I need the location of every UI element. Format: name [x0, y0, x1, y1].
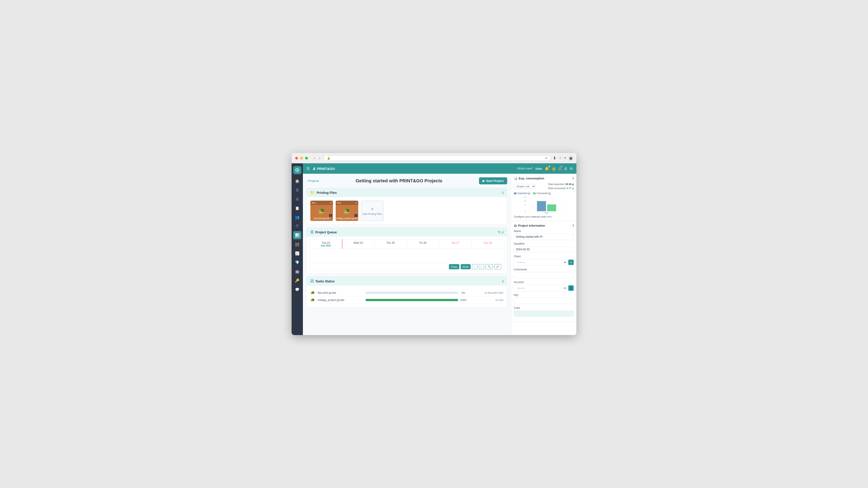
center-panel: ‹ Projects Getting started with PRINT&GO… [303, 174, 511, 335]
sidebar-item-chat[interactable]: 💬 [293, 285, 301, 293]
printing-files-icon: 📁 [310, 191, 315, 195]
exp-consumption-info-icon[interactable]: ℹ [572, 176, 574, 180]
tasks-status-header: ☑ Tasks Status ℹ [307, 277, 507, 286]
task-icon-1: 🐢 [310, 298, 315, 302]
progress-container-1: 100% [366, 299, 467, 301]
forward-nav-button[interactable]: › [318, 156, 321, 161]
client-select[interactable]: --------- [514, 259, 567, 266]
deadline-field-row: Deadline [514, 242, 574, 253]
account-select-row: --------- 👤 [514, 285, 574, 291]
back-nav-button[interactable]: ‹ [312, 156, 316, 161]
calendar-body [310, 249, 504, 263]
file-card-0[interactable]: PLA ▪▪ 🐢 1 fast print.gcode [310, 201, 333, 221]
account-select[interactable]: --------- [514, 285, 567, 291]
svg-text:PLA: PLA [545, 212, 548, 214]
lock-icon[interactable]: 🔒 [552, 166, 556, 171]
total-expected: 10.16 g [565, 183, 574, 186]
progress-bar-bg-1 [366, 299, 458, 301]
next-next-button[interactable]: » [479, 264, 484, 269]
printing-files-info-icon[interactable]: ℹ [502, 191, 503, 195]
queue-info-icon[interactable]: ℹ [502, 230, 503, 234]
hamburger-icon[interactable]: ☰ [307, 166, 310, 171]
today-button[interactable]: Today [449, 264, 459, 269]
printer-icon[interactable]: 🖨 [564, 166, 567, 171]
name-field-row: Name [514, 230, 574, 240]
reload-icon: ↻ [545, 156, 548, 160]
zoom-in-button[interactable]: 🔍 [486, 264, 493, 269]
whats-new-link[interactable]: What's new? [518, 167, 533, 170]
prev-prev-button[interactable]: « [472, 264, 477, 269]
task-machine-1: on Test [469, 299, 503, 301]
alert-icon[interactable]: ⚠ [558, 166, 561, 171]
maximize-button[interactable] [305, 157, 308, 160]
sidebar: 🏠 ☰ 🖨 📋 👥 ⏱ 📊 🧮 📈 💎 🤖 🔑 💬 [291, 163, 303, 335]
tasks-body: 🐢 fast print.gcode 0% on Raise3D P&G [307, 286, 507, 307]
notification-badge [548, 166, 550, 167]
project-info-icon: 🗂 [514, 224, 517, 227]
sidebar-item-calc[interactable]: 🧮 [293, 240, 301, 248]
svg-text:5: 5 [525, 204, 526, 205]
back-chevron-icon: ‹ [307, 179, 307, 183]
sidebar-item-gem[interactable]: 💎 [293, 258, 301, 266]
configure-here-link[interactable]: here. [547, 215, 553, 218]
download-icon[interactable]: ⬇ [553, 156, 556, 161]
cal-day-0: Tue 23 July 2024 [310, 239, 342, 249]
start-project-button[interactable]: ▶ Start Project [479, 177, 507, 184]
sidebar-item-list[interactable]: ☰ [293, 186, 301, 194]
pid-input[interactable] [514, 298, 574, 304]
project-queue-icon: ☰ [310, 230, 313, 234]
start-project-icon: ▶ [483, 179, 485, 183]
exp-consumption-icon: 📊 [514, 177, 518, 180]
tasks-info-icon[interactable]: ℹ [502, 280, 503, 283]
page-title: Getting started with PRINT&GO Projects [355, 178, 442, 184]
sidebar-item-timer[interactable]: ⏱ [293, 222, 301, 230]
back-link[interactable]: ‹ Projects [307, 179, 319, 183]
sidebar-item-users[interactable]: 👥 [293, 213, 301, 221]
project-queue-title: Project Queue [315, 230, 337, 234]
sidebar-item-key[interactable]: 🔑 [293, 276, 301, 285]
close-button[interactable] [295, 157, 298, 160]
color-picker[interactable] [514, 311, 574, 317]
new-tab-icon[interactable]: + [564, 156, 566, 161]
week-button[interactable]: Week [461, 264, 471, 269]
legend-expected-dot [514, 193, 517, 194]
address-bar[interactable]: 🔒 ↻ [324, 155, 551, 161]
file-card-1[interactable]: PLA ▪▪ 🐢 1 malaga_project.gcode [336, 201, 358, 221]
comments-input[interactable] [514, 272, 574, 278]
legend-consumed-dot [533, 193, 536, 194]
add-account-button[interactable]: 👤 [568, 285, 574, 291]
name-input[interactable] [514, 234, 574, 240]
add-client-button[interactable]: + [568, 260, 574, 265]
chart-legend: Expected (g) Consumed (g) [514, 192, 574, 195]
sidebar-item-active[interactable]: 📊 [293, 231, 301, 239]
client-select-row: --------- + [514, 259, 574, 266]
add-file-button[interactable]: + Add Printing Files [361, 201, 383, 221]
notification-icon[interactable]: 🔔 [545, 166, 549, 171]
tasks-status-section: ☑ Tasks Status ℹ 🐢 fast print.gcode [307, 276, 507, 307]
cal-day-2: Thu 25 [375, 239, 407, 249]
svg-text:15: 15 [524, 196, 526, 198]
cal-day-label-3: Fri 26 [410, 241, 436, 245]
tabs-icon[interactable]: ▣ [569, 156, 573, 161]
sidebar-item-files[interactable]: 📋 [293, 204, 301, 212]
sidebar-item-robot[interactable]: 🤖 [293, 267, 301, 275]
settings-icon[interactable]: ⚙ [569, 166, 573, 171]
files-grid: PLA ▪▪ 🐢 1 fast print.gcode [310, 201, 503, 221]
sidebar-item-home[interactable]: 🏠 [293, 177, 301, 185]
name-label: Name [514, 230, 574, 233]
expected-bar [537, 201, 546, 211]
zoom-out-button[interactable]: 🔎 [494, 264, 501, 269]
minimize-button[interactable] [300, 157, 303, 160]
sidebar-item-chart[interactable]: 📈 [293, 249, 301, 257]
sidebar-item-print[interactable]: 🖨 [293, 195, 301, 203]
queue-refresh-icon[interactable]: ↻ [498, 230, 501, 234]
project-info-section: 🗂 Project information ℹ Name Deadline [511, 221, 577, 322]
share-icon[interactable]: ↑ [559, 156, 561, 161]
project-queue-section: ☰ Project Queue ↻ ℹ [307, 228, 507, 274]
unit-select[interactable]: Grams / mL [514, 184, 535, 189]
cal-day-label-4: Sat 27 [442, 241, 469, 245]
project-info-icon-btn[interactable]: ℹ [572, 224, 574, 227]
deadline-input[interactable] [514, 246, 574, 253]
project-queue-header: ☰ Project Queue ↻ ℹ [307, 228, 507, 236]
start-project-label: Start Project [486, 179, 504, 183]
